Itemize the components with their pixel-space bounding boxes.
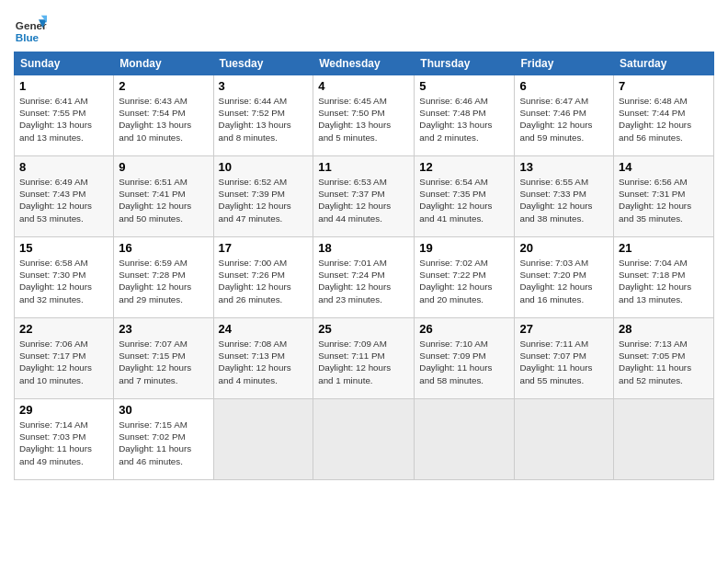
- day-number: 22: [19, 322, 108, 336]
- day-cell-20: 20Sunrise: 7:03 AM Sunset: 7:20 PM Dayli…: [515, 237, 614, 318]
- day-info: Sunrise: 7:06 AM Sunset: 7:17 PM Dayligh…: [19, 338, 108, 386]
- day-info: Sunrise: 6:58 AM Sunset: 7:30 PM Dayligh…: [19, 257, 108, 305]
- day-number: 27: [519, 322, 609, 336]
- day-number: 14: [619, 160, 709, 174]
- calendar-week-4: 22Sunrise: 7:06 AM Sunset: 7:17 PM Dayli…: [15, 318, 714, 399]
- day-info: Sunrise: 6:44 AM Sunset: 7:52 PM Dayligh…: [219, 95, 309, 144]
- day-number: 15: [19, 241, 108, 255]
- calendar-week-3: 15Sunrise: 6:58 AM Sunset: 7:30 PM Dayli…: [15, 237, 714, 318]
- day-number: 1: [19, 79, 108, 93]
- day-number: 10: [219, 160, 309, 174]
- day-cell-28: 28Sunrise: 7:13 AM Sunset: 7:05 PM Dayli…: [614, 318, 714, 399]
- day-cell-10: 10Sunrise: 6:52 AM Sunset: 7:39 PM Dayli…: [213, 156, 313, 237]
- day-cell-27: 27Sunrise: 7:11 AM Sunset: 7:07 PM Dayli…: [515, 318, 614, 399]
- day-cell-22: 22Sunrise: 7:06 AM Sunset: 7:17 PM Dayli…: [15, 318, 114, 399]
- day-number: 20: [519, 241, 609, 255]
- day-number: 2: [119, 79, 208, 93]
- day-number: 21: [619, 241, 709, 255]
- day-number: 5: [419, 79, 509, 93]
- day-cell-26: 26Sunrise: 7:10 AM Sunset: 7:09 PM Dayli…: [415, 318, 515, 399]
- day-info: Sunrise: 7:07 AM Sunset: 7:15 PM Dayligh…: [119, 338, 208, 386]
- empty-cell: [515, 399, 614, 480]
- day-info: Sunrise: 7:08 AM Sunset: 7:13 PM Dayligh…: [219, 338, 309, 386]
- weekday-header-wednesday: Wednesday: [313, 52, 415, 75]
- day-info: Sunrise: 7:03 AM Sunset: 7:20 PM Dayligh…: [519, 257, 609, 305]
- day-info: Sunrise: 7:02 AM Sunset: 7:22 PM Dayligh…: [419, 257, 509, 305]
- day-info: Sunrise: 7:01 AM Sunset: 7:24 PM Dayligh…: [318, 257, 409, 305]
- day-info: Sunrise: 6:46 AM Sunset: 7:48 PM Dayligh…: [419, 95, 509, 144]
- day-info: Sunrise: 6:56 AM Sunset: 7:31 PM Dayligh…: [619, 176, 709, 224]
- day-number: 18: [318, 241, 409, 255]
- day-info: Sunrise: 7:04 AM Sunset: 7:18 PM Dayligh…: [619, 257, 709, 305]
- empty-cell: [415, 399, 515, 480]
- day-number: 30: [119, 403, 208, 417]
- calendar-table: SundayMondayTuesdayWednesdayThursdayFrid…: [14, 52, 714, 480]
- day-cell-8: 8Sunrise: 6:49 AM Sunset: 7:43 PM Daylig…: [15, 156, 114, 237]
- day-info: Sunrise: 7:13 AM Sunset: 7:05 PM Dayligh…: [619, 338, 709, 386]
- day-cell-30: 30Sunrise: 7:15 AM Sunset: 7:02 PM Dayli…: [114, 399, 213, 480]
- day-number: 9: [119, 160, 208, 174]
- day-number: 3: [219, 79, 309, 93]
- day-number: 25: [318, 322, 409, 336]
- empty-cell: [614, 399, 714, 480]
- day-cell-7: 7Sunrise: 6:48 AM Sunset: 7:44 PM Daylig…: [614, 75, 714, 156]
- day-number: 23: [119, 322, 208, 336]
- calendar-week-1: 1Sunrise: 6:41 AM Sunset: 7:55 PM Daylig…: [15, 75, 714, 156]
- weekday-header-thursday: Thursday: [415, 52, 515, 75]
- day-info: Sunrise: 6:55 AM Sunset: 7:33 PM Dayligh…: [519, 176, 609, 224]
- day-number: 12: [419, 160, 509, 174]
- page-container: General Blue SundayMondayTuesdayWednesda…: [0, 0, 728, 489]
- day-info: Sunrise: 7:09 AM Sunset: 7:11 PM Dayligh…: [318, 338, 409, 386]
- day-info: Sunrise: 6:52 AM Sunset: 7:39 PM Dayligh…: [219, 176, 309, 224]
- weekday-header-saturday: Saturday: [614, 52, 714, 75]
- day-cell-16: 16Sunrise: 6:59 AM Sunset: 7:28 PM Dayli…: [114, 237, 213, 318]
- day-info: Sunrise: 6:43 AM Sunset: 7:54 PM Dayligh…: [119, 95, 208, 144]
- day-info: Sunrise: 6:51 AM Sunset: 7:41 PM Dayligh…: [119, 176, 208, 224]
- day-cell-11: 11Sunrise: 6:53 AM Sunset: 7:37 PM Dayli…: [313, 156, 415, 237]
- day-cell-6: 6Sunrise: 6:47 AM Sunset: 7:46 PM Daylig…: [515, 75, 614, 156]
- day-cell-23: 23Sunrise: 7:07 AM Sunset: 7:15 PM Dayli…: [114, 318, 213, 399]
- empty-cell: [313, 399, 415, 480]
- day-cell-4: 4Sunrise: 6:45 AM Sunset: 7:50 PM Daylig…: [313, 75, 415, 156]
- day-info: Sunrise: 6:53 AM Sunset: 7:37 PM Dayligh…: [318, 176, 409, 224]
- empty-cell: [213, 399, 313, 480]
- logo: General Blue: [14, 13, 47, 46]
- day-cell-9: 9Sunrise: 6:51 AM Sunset: 7:41 PM Daylig…: [114, 156, 213, 237]
- day-number: 24: [219, 322, 309, 336]
- calendar-week-2: 8Sunrise: 6:49 AM Sunset: 7:43 PM Daylig…: [15, 156, 714, 237]
- day-cell-3: 3Sunrise: 6:44 AM Sunset: 7:52 PM Daylig…: [213, 75, 313, 156]
- day-info: Sunrise: 7:14 AM Sunset: 7:03 PM Dayligh…: [19, 419, 108, 467]
- day-info: Sunrise: 7:15 AM Sunset: 7:02 PM Dayligh…: [119, 419, 208, 467]
- day-cell-14: 14Sunrise: 6:56 AM Sunset: 7:31 PM Dayli…: [614, 156, 714, 237]
- day-info: Sunrise: 6:59 AM Sunset: 7:28 PM Dayligh…: [119, 257, 208, 305]
- day-cell-24: 24Sunrise: 7:08 AM Sunset: 7:13 PM Dayli…: [213, 318, 313, 399]
- calendar-week-5: 29Sunrise: 7:14 AM Sunset: 7:03 PM Dayli…: [15, 399, 714, 480]
- svg-text:Blue: Blue: [16, 31, 40, 43]
- weekday-header-tuesday: Tuesday: [213, 52, 313, 75]
- day-cell-19: 19Sunrise: 7:02 AM Sunset: 7:22 PM Dayli…: [415, 237, 515, 318]
- weekday-header-sunday: Sunday: [15, 52, 114, 75]
- day-number: 26: [419, 322, 509, 336]
- day-cell-21: 21Sunrise: 7:04 AM Sunset: 7:18 PM Dayli…: [614, 237, 714, 318]
- day-number: 11: [318, 160, 409, 174]
- day-cell-1: 1Sunrise: 6:41 AM Sunset: 7:55 PM Daylig…: [15, 75, 114, 156]
- day-number: 13: [519, 160, 609, 174]
- day-cell-17: 17Sunrise: 7:00 AM Sunset: 7:26 PM Dayli…: [213, 237, 313, 318]
- day-info: Sunrise: 6:48 AM Sunset: 7:44 PM Dayligh…: [619, 95, 709, 144]
- logo-icon: General Blue: [14, 13, 47, 46]
- day-number: 19: [419, 241, 509, 255]
- day-number: 8: [19, 160, 108, 174]
- day-cell-13: 13Sunrise: 6:55 AM Sunset: 7:33 PM Dayli…: [515, 156, 614, 237]
- day-number: 7: [619, 79, 709, 93]
- day-info: Sunrise: 7:11 AM Sunset: 7:07 PM Dayligh…: [519, 338, 609, 386]
- day-info: Sunrise: 7:10 AM Sunset: 7:09 PM Dayligh…: [419, 338, 509, 386]
- day-cell-12: 12Sunrise: 6:54 AM Sunset: 7:35 PM Dayli…: [415, 156, 515, 237]
- day-info: Sunrise: 6:49 AM Sunset: 7:43 PM Dayligh…: [19, 176, 108, 224]
- day-info: Sunrise: 6:54 AM Sunset: 7:35 PM Dayligh…: [419, 176, 509, 224]
- day-cell-25: 25Sunrise: 7:09 AM Sunset: 7:11 PM Dayli…: [313, 318, 415, 399]
- day-number: 29: [19, 403, 108, 417]
- weekday-header-monday: Monday: [114, 52, 213, 75]
- day-number: 16: [119, 241, 208, 255]
- day-info: Sunrise: 6:41 AM Sunset: 7:55 PM Dayligh…: [19, 95, 108, 144]
- day-cell-15: 15Sunrise: 6:58 AM Sunset: 7:30 PM Dayli…: [15, 237, 114, 318]
